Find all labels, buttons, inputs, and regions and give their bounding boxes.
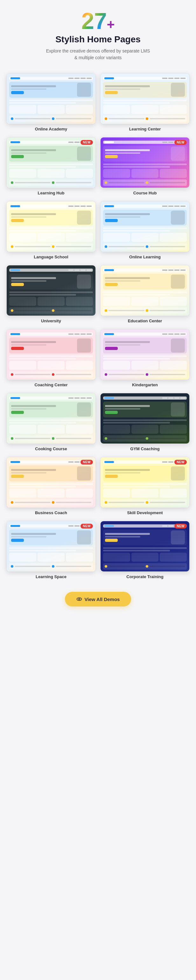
view-all-button[interactable]: View All Demos	[65, 592, 131, 606]
badge-new-business-coach: NEW	[81, 460, 93, 465]
hero-plus: +	[107, 18, 115, 31]
mock-strip	[9, 435, 93, 442]
demo-label-learning-center: Learning Center	[100, 127, 190, 131]
mock-hero	[9, 210, 93, 226]
badge-new-learning-hub: NEW	[81, 140, 93, 145]
mock-strip	[9, 180, 93, 186]
eye-icon	[76, 596, 82, 602]
svg-point-1	[78, 598, 80, 600]
demo-thumb-learning-hub: NEW	[6, 137, 96, 188]
demo-label-business-coach: Business Coach	[6, 511, 96, 515]
mock-hero-text	[11, 277, 75, 286]
mock-logo	[104, 205, 114, 207]
demo-item-business-coach[interactable]: NEW	[6, 457, 96, 515]
mock-hero-text	[11, 533, 75, 542]
demo-label-kindergarten: Kindergarten	[100, 382, 190, 387]
mock-image-block	[77, 402, 91, 417]
mock-cards	[9, 233, 93, 242]
mock-logo	[104, 397, 114, 399]
mock-cards	[103, 297, 187, 306]
mock-hero-text	[11, 341, 75, 350]
mock-hero	[103, 210, 187, 226]
demo-label-language-school: Language School	[6, 255, 96, 259]
mock-logo	[11, 397, 20, 399]
mock-logo	[104, 141, 114, 143]
mock-nav	[162, 398, 185, 399]
demo-item-learning-center[interactable]: Learning Center	[100, 73, 190, 131]
demo-item-cooking-course[interactable]: Cooking Course	[6, 393, 96, 451]
mock-cards	[103, 169, 187, 178]
mock-header	[9, 77, 93, 80]
mock-nav	[162, 334, 185, 335]
mock-hero-text	[105, 213, 169, 222]
mock-nav	[69, 334, 92, 335]
demo-label-cooking-course: Cooking Course	[6, 446, 96, 451]
mock-hero-text	[11, 405, 75, 414]
mock-strip	[9, 563, 93, 570]
mock-image-block	[171, 275, 185, 289]
mock-cards	[9, 297, 93, 306]
mock-strip	[103, 307, 187, 314]
demo-item-learning-hub[interactable]: NEW	[6, 137, 96, 196]
demo-thumb-corporate-training: NEW	[100, 521, 190, 572]
mock-hero	[9, 274, 93, 290]
mock-logo	[11, 205, 20, 207]
mock-strip	[103, 563, 187, 570]
demo-item-course-hub[interactable]: NEW	[100, 137, 190, 196]
demo-item-language-school[interactable]: Language School	[6, 201, 96, 259]
mock-strip	[103, 435, 187, 442]
mock-strip	[103, 371, 187, 378]
mock-hero-text	[11, 149, 75, 158]
mock-image-block	[171, 339, 185, 353]
demo-item-online-learning[interactable]: Online Learning	[100, 201, 190, 259]
demo-item-coaching-center[interactable]: Coaching Center	[6, 329, 96, 387]
mock-strip	[103, 180, 187, 186]
demo-item-skill-development[interactable]: NEW	[100, 457, 190, 515]
demo-item-gym-coaching[interactable]: GYM Coaching	[100, 393, 190, 451]
demo-thumb-language-school	[6, 201, 96, 252]
demo-thumb-education-center	[100, 265, 190, 316]
mock-hero-text	[11, 213, 75, 222]
mock-strip	[103, 116, 187, 122]
mock-header	[9, 332, 93, 336]
mock-cards	[103, 425, 187, 434]
badge-new-skill-development: NEW	[174, 460, 187, 465]
mock-cards	[9, 425, 93, 434]
mock-hero	[9, 530, 93, 546]
mock-logo	[11, 333, 20, 335]
mock-cards	[9, 105, 93, 114]
mock-image-block	[77, 275, 91, 289]
demo-item-kindergarten[interactable]: Kindergarten	[100, 329, 190, 387]
demo-item-university[interactable]: University	[6, 265, 96, 323]
demo-label-gym-coaching: GYM Coaching	[100, 446, 190, 451]
mock-nav	[69, 78, 92, 79]
demo-item-learning-space[interactable]: NEW	[6, 521, 96, 579]
demo-label-online-learning: Online Learning	[100, 255, 190, 259]
mock-hero	[9, 82, 93, 98]
demo-item-education-center[interactable]: Education Center	[100, 265, 190, 323]
demo-thumb-cooking-course	[6, 393, 96, 444]
demo-label-course-hub: Course Hub	[100, 191, 190, 196]
mock-strip	[9, 116, 93, 122]
demo-label-learning-hub: Learning Hub	[6, 191, 96, 196]
mock-hero	[103, 82, 187, 98]
demo-item-corporate-training[interactable]: NEW	[100, 521, 190, 579]
mock-hero-text	[105, 149, 169, 158]
mock-cards	[9, 553, 93, 562]
mock-image-block	[77, 339, 91, 353]
badge-new-learning-space: NEW	[81, 524, 93, 528]
demo-thumb-gym-coaching	[100, 393, 190, 444]
mock-header	[103, 205, 187, 208]
demo-thumb-learning-center	[100, 73, 190, 124]
mock-strip	[9, 307, 93, 314]
mock-image-block	[171, 83, 185, 97]
hero-number: 27	[81, 10, 107, 32]
mock-hero-text	[105, 405, 169, 414]
demo-label-coaching-center: Coaching Center	[6, 382, 96, 387]
mock-image-block	[171, 530, 185, 544]
mock-hero-text	[105, 85, 169, 94]
demo-item-online-academy[interactable]: Online Academy	[6, 73, 96, 131]
mock-hero-text	[105, 341, 169, 350]
mock-image-block	[77, 211, 91, 224]
mock-hero	[103, 274, 187, 290]
